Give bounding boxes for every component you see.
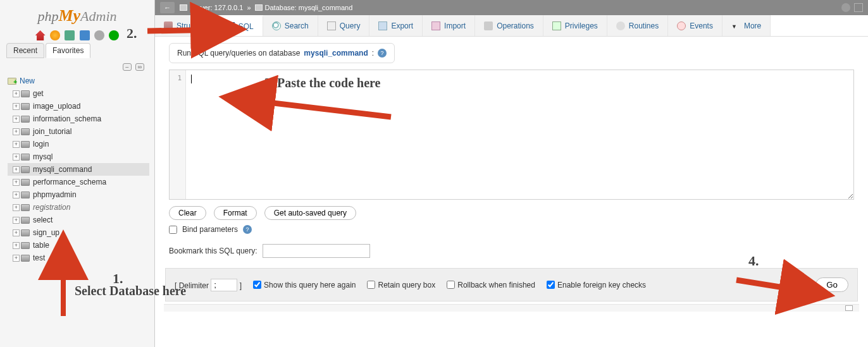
favorites-tab[interactable]: Favorites	[46, 43, 90, 58]
bookmark-input[interactable]	[263, 244, 370, 258]
retain-checkbox[interactable]	[367, 281, 375, 289]
tree-item-label: registration	[33, 203, 70, 212]
tree-new[interactable]: New	[8, 75, 149, 87]
tab-structure[interactable]: Structure	[155, 15, 217, 36]
bookmark-row: Bookmark this SQL query:	[164, 241, 859, 268]
panel-dbname: mysqli_command	[304, 49, 368, 58]
expand-icon[interactable]: +	[13, 179, 20, 186]
tab-operations[interactable]: Operations	[475, 15, 543, 36]
docs-icon[interactable]	[80, 30, 90, 40]
expand-icon[interactable]: +	[13, 116, 20, 123]
expand-icon[interactable]: +	[13, 242, 20, 249]
show-again-checkbox[interactable]	[253, 281, 261, 289]
page-settings-icon[interactable]	[841, 3, 850, 12]
tree-item-image_upload[interactable]: +image_upload	[8, 100, 149, 113]
settings-icon[interactable]	[94, 30, 104, 40]
tab-import[interactable]: Import	[423, 15, 475, 36]
tree-item-registration[interactable]: +registration	[8, 201, 149, 214]
database-icon	[21, 229, 30, 236]
get-autosaved-button[interactable]: Get auto-saved query	[264, 206, 356, 220]
retain-option[interactable]: Retain query box	[367, 281, 435, 289]
tree-item-performance_schema[interactable]: +performance_schema	[8, 176, 149, 188]
reload-icon[interactable]	[109, 30, 119, 40]
collapse-all-icon[interactable]: –	[123, 63, 132, 71]
delimiter-input[interactable]	[211, 279, 237, 291]
tab-label: SQL	[239, 22, 254, 31]
tree-item-login[interactable]: +login	[8, 138, 149, 150]
console-toggle-icon[interactable]	[845, 305, 853, 311]
server-value[interactable]: 127.0.0.1	[214, 4, 244, 11]
tree-item-mysqli_command[interactable]: +mysqli_command	[8, 163, 149, 176]
tree-item-get[interactable]: +get	[8, 87, 149, 100]
tab-search[interactable]: Search	[263, 15, 318, 36]
tab-privileges[interactable]: Privileges	[543, 15, 607, 36]
expand-icon[interactable]: +	[13, 192, 20, 198]
expand-icon[interactable]: +	[13, 229, 20, 236]
rollback-option[interactable]: Rollback when finished	[447, 281, 535, 289]
sql-panel-header: Run SQL query/queries on database mysqli…	[169, 43, 395, 63]
sql-editor[interactable]: 1	[169, 70, 854, 200]
fk-checkbox[interactable]	[547, 281, 555, 289]
main-area: ← Server: 127.0.0.1 » Database: mysqli_c…	[155, 0, 868, 347]
sidebar: phpMyAdmin Recent Favorites – ∞ New +get…	[0, 0, 155, 347]
expand-icon[interactable]	[854, 3, 863, 12]
expand-icon[interactable]: +	[13, 255, 20, 262]
format-button[interactable]: Format	[214, 206, 257, 220]
editor-buttons: Clear Format Get auto-saved query	[164, 200, 859, 224]
delimiter-close: ]	[240, 281, 242, 289]
help-icon[interactable]: ?	[378, 49, 387, 58]
database-label: Database:	[265, 4, 297, 11]
help-icon[interactable]: ?	[243, 225, 252, 234]
tree-item-phpmyadmin[interactable]: +phpmyadmin	[8, 188, 149, 201]
tab-routines[interactable]: Routines	[607, 15, 668, 36]
database-icon	[21, 154, 30, 161]
operations-icon	[484, 21, 493, 30]
expand-icon[interactable]: +	[13, 154, 20, 161]
database-icon	[21, 217, 30, 224]
tree-item-information_schema[interactable]: +information_schema	[8, 113, 149, 125]
delimiter-label: [ Delimiter	[175, 281, 209, 289]
show-again-option[interactable]: Show this query here again	[253, 281, 356, 289]
phpmyadmin-logo: phpMyAdmin	[0, 0, 154, 28]
expand-icon[interactable]: +	[13, 103, 20, 110]
logout-icon[interactable]	[50, 30, 60, 40]
rollback-checkbox[interactable]	[447, 281, 455, 289]
expand-icon[interactable]: +	[13, 217, 20, 224]
tree-item-mysql[interactable]: +mysql	[8, 150, 149, 163]
tab-sql[interactable]: SQL	[217, 15, 263, 36]
main-tabs: StructureSQLSearchQueryExportImportOpera…	[155, 15, 868, 37]
tree-item-sign_up[interactable]: +sign_up	[8, 226, 149, 239]
editor-code-area[interactable]	[186, 70, 853, 199]
tab-export[interactable]: Export	[369, 15, 423, 36]
expand-icon[interactable]: +	[13, 128, 20, 135]
recent-tab[interactable]: Recent	[6, 43, 44, 58]
expand-icon[interactable]: +	[13, 90, 20, 97]
sql-query-icon[interactable]	[65, 30, 75, 40]
database-value[interactable]: mysqli_command	[299, 4, 353, 11]
tab-more[interactable]: More	[722, 15, 771, 36]
expand-icon[interactable]: +	[13, 166, 20, 173]
tree-item-label: information_schema	[33, 114, 101, 123]
clear-button[interactable]: Clear	[169, 206, 206, 220]
bookmark-label: Bookmark this SQL query:	[169, 247, 257, 255]
bind-params-checkbox[interactable]	[169, 226, 177, 234]
new-db-icon	[8, 78, 16, 85]
home-icon[interactable]	[35, 30, 46, 40]
tree-item-label: select	[33, 216, 53, 224]
nav-back-button[interactable]: ←	[160, 2, 175, 13]
sidebar-quick-icons	[0, 28, 154, 43]
tree-item-table[interactable]: +table	[8, 239, 149, 252]
tree-item-label: login	[33, 140, 49, 149]
fk-option[interactable]: Enable foreign key checks	[547, 281, 646, 289]
go-button[interactable]: Go	[815, 277, 848, 292]
tree-item-join_tutorial[interactable]: +join_tutorial	[8, 125, 149, 138]
expand-icon[interactable]: +	[13, 204, 20, 211]
tab-events[interactable]: Events	[668, 15, 722, 36]
expand-icon[interactable]: +	[13, 141, 20, 148]
routines-icon	[616, 21, 625, 30]
tree-item-test[interactable]: +test	[8, 252, 149, 264]
tab-label: Privileges	[565, 21, 598, 30]
link-icon[interactable]: ∞	[135, 63, 144, 71]
tree-item-select[interactable]: +select	[8, 214, 149, 226]
tab-query[interactable]: Query	[318, 15, 370, 36]
